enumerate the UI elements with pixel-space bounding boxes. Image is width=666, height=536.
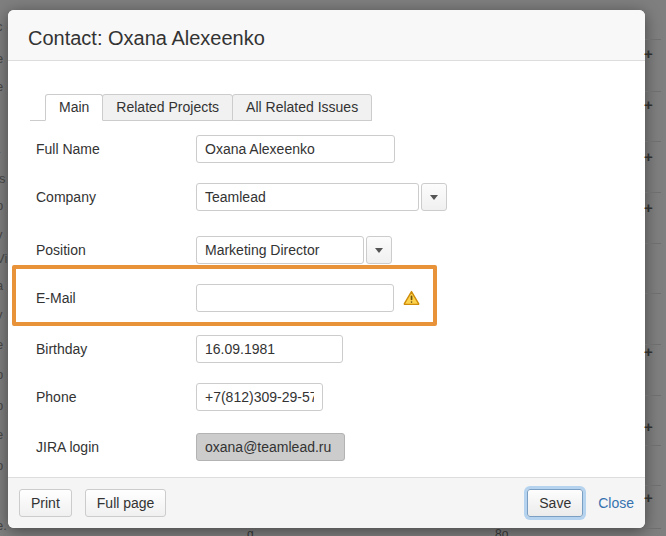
background-row-divider [645, 485, 661, 486]
position-row: Position Marketing Director [36, 236, 392, 264]
background-text-fragment: e [0, 428, 3, 441]
background-text-fragment: 8o [495, 528, 508, 536]
background-text-fragment: a [0, 279, 3, 292]
company-row: Company Teamlead [36, 183, 447, 211]
warning-icon [403, 290, 420, 306]
position-select[interactable]: Marketing Director [196, 236, 392, 264]
overlay-right-strip [645, 0, 666, 536]
contact-dialog: Contact: Oxana Alexeenko Main Related Pr… [8, 10, 645, 528]
tab-related-projects[interactable]: Related Projects [102, 94, 233, 121]
background-text-fragment: is [0, 172, 5, 185]
plus-icon: + [644, 420, 660, 434]
background-row-divider [645, 293, 661, 294]
company-dropdown-button[interactable] [421, 183, 447, 211]
background-text-fragment: v [0, 228, 3, 241]
email-input[interactable] [196, 284, 394, 312]
background-text-fragment: e [0, 52, 3, 65]
background-text-fragment: e [0, 80, 3, 93]
plus-icon: + [644, 201, 660, 215]
background-text-fragment: c [0, 20, 3, 33]
chevron-down-icon [375, 248, 383, 253]
background-text-fragment: Vi [0, 252, 7, 265]
close-link[interactable]: Close [598, 495, 634, 511]
dialog-footer: Print Full page Save Close [8, 477, 645, 528]
birthday-row: Birthday [36, 335, 343, 363]
background-row-divider [645, 445, 661, 446]
position-dropdown-button[interactable] [366, 236, 392, 264]
jira-login-row: JIRA login [36, 433, 345, 461]
background-row-divider [645, 91, 661, 92]
save-button[interactable]: Save [527, 489, 583, 517]
tab-all-related-issues[interactable]: All Related Issues [232, 94, 372, 121]
email-row: E-Mail [36, 284, 420, 312]
background-row-divider [645, 243, 661, 244]
print-button[interactable]: Print [19, 489, 72, 517]
full-name-input[interactable] [196, 135, 395, 163]
background-row-divider [645, 192, 661, 193]
background-row-divider [645, 141, 661, 142]
position-label: Position [36, 242, 196, 258]
background-row-divider [645, 528, 661, 529]
background-row-divider [645, 39, 661, 40]
company-label: Company [36, 189, 196, 205]
jira-login-input [196, 433, 345, 461]
background-text-fragment: e. [0, 519, 7, 532]
plus-icon: + [644, 345, 660, 359]
background-text-fragment: p [0, 399, 3, 412]
position-select-value[interactable]: Marketing Director [196, 236, 364, 264]
dialog-header: Contact: Oxana Alexeenko [8, 10, 645, 61]
dialog-title: Contact: Oxana Alexeenko [28, 27, 265, 49]
phone-label: Phone [36, 389, 196, 405]
phone-input[interactable] [196, 383, 323, 411]
plus-icon: + [644, 150, 660, 164]
page-background: Contact: Oxana Alexeenko Main Related Pr… [0, 0, 666, 536]
background-row-divider [645, 395, 661, 396]
background-text-fragment: g [247, 528, 254, 536]
phone-row: Phone [36, 383, 323, 411]
full-name-row: Full Name [36, 135, 395, 163]
company-select[interactable]: Teamlead [196, 183, 447, 211]
jira-login-label: JIRA login [36, 439, 196, 455]
footer-right-group: Save Close [527, 489, 634, 517]
tab-main[interactable]: Main [45, 94, 103, 121]
email-label: E-Mail [36, 290, 196, 306]
background-text-fragment: p [0, 199, 3, 212]
background-text-fragment: p [0, 368, 3, 381]
chevron-down-icon [430, 195, 438, 200]
background-text-fragment: v [0, 308, 3, 321]
tab-bar: Main Related Projects All Related Issues [30, 94, 372, 121]
full-name-label: Full Name [36, 141, 196, 157]
company-select-value[interactable]: Teamlead [196, 183, 419, 211]
birthday-input[interactable] [196, 335, 343, 363]
birthday-label: Birthday [36, 341, 196, 357]
full-page-button[interactable]: Full page [85, 489, 167, 517]
plus-icon: + [644, 47, 660, 61]
background-text-fragment: e [0, 338, 3, 351]
plus-icon: + [644, 98, 660, 112]
background-text-fragment: p [0, 459, 3, 472]
plus-icon: + [644, 491, 660, 505]
